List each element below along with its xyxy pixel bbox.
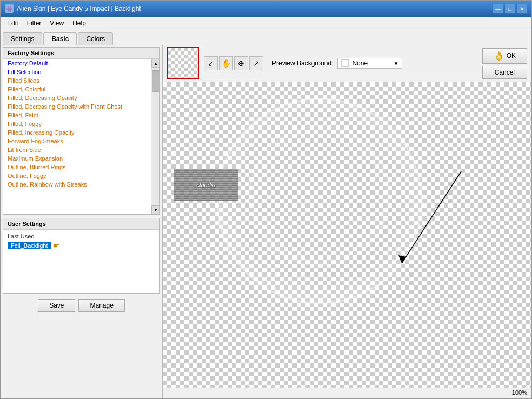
list-item-outline-rainbow-streaks[interactable]: Outline, Rainbow with Streaks [3, 180, 151, 189]
list-item-filled-slices[interactable]: Filled Slices [3, 76, 151, 85]
list-item-filled-decreasing-opacity-ghost[interactable]: Filled, Decreasing Opacity with Front Gh… [3, 102, 151, 111]
menu-filter[interactable]: Filter [23, 18, 46, 29]
minimize-button[interactable]: — [493, 4, 503, 14]
ok-label: OK [507, 52, 516, 59]
claudia-watermark: claudia [174, 169, 238, 201]
zoom-level: 100% [512, 389, 527, 396]
tab-settings[interactable]: Settings [3, 32, 42, 45]
title-bar: 👾 Alien Skin | Eye Candy 5 Impact | Back… [1, 1, 531, 17]
arrow-tool-button[interactable]: ↗ [249, 56, 263, 70]
factory-settings-container: Factory Settings Factory Default Fill Se… [3, 47, 160, 215]
tabs-bar: Settings Basic Colors [1, 30, 531, 45]
list-item-filled-foggy[interactable]: Filled, Foggy [3, 119, 151, 128]
preview-bg-dropdown[interactable]: None ▼ [337, 58, 402, 69]
user-settings-content: Last Used Feli_Backlight ☛ [3, 230, 159, 252]
preview-thumbnail [167, 47, 200, 79]
menu-view[interactable]: View [45, 18, 68, 29]
list-item-lit-from-side[interactable]: Lit from Side [3, 145, 151, 154]
close-button[interactable]: ✕ [516, 4, 527, 14]
window-title: Alien Skin | Eye Candy 5 Impact | Backli… [17, 5, 141, 12]
right-top-bar: ↙ ✋ ⊕ ↗ Preview Background: None ▼ 👌 OK [163, 45, 531, 82]
app-icon: 👾 [5, 4, 14, 13]
scroll-track[interactable] [151, 68, 159, 205]
status-bar: 100% [163, 388, 531, 398]
user-settings-container: User Settings Last Used Feli_Backlight ☛ [3, 218, 160, 294]
bottom-buttons: Save Manage [3, 297, 160, 314]
list-item-forward-fog-streaks[interactable]: Forward Fog Streaks [3, 137, 151, 145]
ok-hand-icon: 👌 [494, 51, 504, 61]
left-panel: Factory Settings Factory Default Fill Se… [1, 45, 163, 398]
list-item-filled-increasing-opacity[interactable]: Filled, Increasing Opacity [3, 128, 151, 137]
scroll-up-button[interactable]: ▲ [151, 59, 159, 68]
preview-bg-color-swatch [341, 59, 349, 67]
maximize-button[interactable]: □ [504, 4, 515, 14]
preview-bg-arrow-icon: ▼ [393, 61, 398, 66]
factory-settings-scrollbar[interactable]: ▲ ▼ [151, 59, 159, 214]
save-button[interactable]: Save [38, 299, 75, 312]
hand-tool-button[interactable]: ✋ [219, 56, 233, 70]
title-bar-left: 👾 Alien Skin | Eye Candy 5 Impact | Back… [5, 4, 141, 13]
selected-user-setting[interactable]: Feli_Backlight [8, 242, 51, 249]
menu-bar: Edit Filter View Help [1, 17, 531, 30]
settings-list-scroll: Factory Default Fill Selection Filled Sl… [3, 59, 159, 214]
right-panel: ↙ ✋ ⊕ ↗ Preview Background: None ▼ 👌 OK [163, 45, 531, 398]
zoom-tool-button[interactable]: ⊕ [234, 56, 248, 70]
list-item-factory-default[interactable]: Factory Default [3, 59, 151, 68]
main-window: 👾 Alien Skin | Eye Candy 5 Impact | Back… [0, 0, 532, 399]
pointer-tool-button[interactable]: ↙ [204, 56, 218, 70]
tab-colors[interactable]: Colors [78, 32, 113, 45]
scroll-thumb[interactable] [152, 70, 159, 92]
preview-area: claudia [163, 82, 531, 388]
menu-help[interactable]: Help [68, 18, 90, 29]
manage-button[interactable]: Manage [78, 299, 124, 312]
preview-bg-value: None [352, 59, 368, 67]
last-used-label: Last Used [8, 232, 155, 241]
list-item-filled-decreasing-opacity[interactable]: Filled, Decreasing Opacity [3, 94, 151, 102]
ok-button[interactable]: 👌 OK [482, 48, 527, 64]
list-item-maximum-expansion[interactable]: Maximum Expansion [3, 154, 151, 163]
tab-basic[interactable]: Basic [43, 32, 77, 45]
list-item-fill-selection[interactable]: Fill Selection [3, 68, 151, 76]
tool-icons-bar: ↙ ✋ ⊕ ↗ [204, 56, 263, 70]
arrow-indicator-icon: ☛ [53, 241, 60, 250]
list-item-outline-blurred-rings[interactable]: Outline, Blurred Rings [3, 163, 151, 171]
cancel-button[interactable]: Cancel [482, 66, 527, 79]
user-settings-header: User Settings [3, 218, 159, 230]
main-content: Factory Settings Factory Default Fill Se… [1, 45, 531, 398]
scroll-down-button[interactable]: ▼ [151, 205, 159, 214]
factory-settings-list: Factory Default Fill Selection Filled Sl… [3, 59, 151, 214]
list-item-filled-colorful[interactable]: Filled, Colorful [3, 85, 151, 94]
list-item-filled-faint[interactable]: Filled, Faint [3, 111, 151, 119]
menu-edit[interactable]: Edit [3, 18, 23, 29]
list-item-outline-foggy[interactable]: Outline, Foggy [3, 171, 151, 180]
backlight-circle-inner [249, 125, 390, 266]
preview-bg-label: Preview Background: [272, 59, 333, 67]
selected-item-row: Feli_Backlight ☛ [8, 241, 155, 250]
title-buttons: — □ ✕ [493, 4, 527, 14]
factory-settings-header: Factory Settings [3, 48, 159, 59]
ok-cancel-area: 👌 OK Cancel [482, 48, 527, 79]
